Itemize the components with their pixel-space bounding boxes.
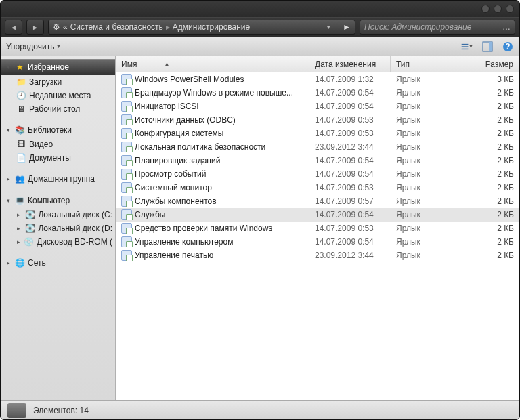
svg-text:?: ?: [505, 42, 510, 51]
disc-icon: 💿: [24, 236, 34, 247]
help-icon: ?: [502, 41, 513, 52]
sidebar-computer-header[interactable]: ▾ 💻 Компьютер: [1, 193, 115, 208]
file-type: Ярлык: [391, 237, 458, 247]
file-name: Системный монитор: [135, 183, 212, 192]
file-row[interactable]: Конфигурация системы14.07.2009 0:53Ярлык…: [116, 127, 519, 140]
file-name: Управление компьютером: [135, 237, 233, 247]
maximize-button[interactable]: [494, 5, 502, 13]
refresh-icon[interactable]: ►: [343, 22, 351, 32]
file-name: Инициатор iSCSI: [135, 102, 199, 111]
search-dots-icon: …: [502, 22, 511, 32]
recent-icon: 🕘: [16, 90, 26, 101]
column-type[interactable]: Тип: [391, 56, 458, 72]
folder-large-icon: [7, 403, 26, 418]
file-type: Ярлык: [391, 183, 458, 192]
titlebar[interactable]: [1, 1, 519, 17]
navigation-pane[interactable]: ▾ ★ Избранное 📁Загрузки 🕘Недавние места …: [1, 56, 116, 400]
sidebar-item-video[interactable]: 🎞Видео: [1, 138, 115, 151]
file-row[interactable]: Управление компьютером14.07.2009 0:54Ярл…: [116, 235, 519, 249]
search-input[interactable]: Поиск: Администрирование …: [360, 20, 515, 35]
sidebar-homegroup-header[interactable]: ▸ 👥 Домашняя группа: [1, 171, 115, 186]
close-button[interactable]: [506, 5, 514, 13]
file-type: Ярлык: [391, 251, 458, 260]
svg-rect-1: [462, 46, 469, 47]
back-button[interactable]: ◄: [5, 20, 22, 35]
file-row[interactable]: Локальная политика безопасности23.09.201…: [116, 140, 519, 154]
sidebar-computer-label: Компьютер: [28, 196, 70, 205]
file-date: 14.07.2009 0:53: [309, 224, 391, 233]
file-name: Средство проверки памяти Windows: [135, 224, 272, 233]
navigation-bar: ◄ ► ⚙ « Система и безопасность ▸ Админис…: [1, 17, 519, 37]
sidebar-item-bdrom[interactable]: ▸💿Дисковод BD-ROM (: [1, 235, 115, 249]
file-size: 2 КБ: [458, 102, 519, 111]
file-name: Службы: [135, 210, 165, 219]
column-size[interactable]: Размер: [458, 56, 519, 72]
drive-icon: 💽: [25, 223, 36, 234]
sidebar-item-drive-c[interactable]: ▸💽Локальный диск (C:: [1, 208, 115, 222]
file-row[interactable]: Windows PowerShell Modules14.07.2009 1:3…: [116, 72, 519, 86]
file-type: Ярлык: [391, 210, 458, 219]
file-date: 23.09.2012 3:44: [309, 142, 391, 152]
forward-button[interactable]: ►: [26, 20, 44, 35]
sidebar-libraries-header[interactable]: ▾ 📚 Библиотеки: [1, 123, 115, 138]
column-name[interactable]: Имя▲: [116, 56, 309, 72]
breadcrumb-seg2[interactable]: Администрирование: [173, 22, 250, 32]
help-button[interactable]: ?: [502, 41, 514, 53]
sidebar-item-desktop[interactable]: 🖥Рабочий стол: [1, 102, 115, 116]
shortcut-icon: [121, 169, 132, 180]
status-bar: Элементов: 14: [1, 400, 519, 419]
file-list-pane: Имя▲ Дата изменения Тип Размер Windows P…: [116, 56, 519, 400]
file-row[interactable]: Системный монитор14.07.2009 0:53Ярлык2 К…: [116, 181, 519, 194]
chevron-right-icon: ▸: [16, 225, 22, 232]
file-size: 2 КБ: [458, 224, 519, 233]
file-row[interactable]: Планировщик заданий14.07.2009 0:54Ярлык2…: [116, 154, 519, 167]
file-name: Брандмауэр Windows в режиме повыше...: [135, 88, 293, 98]
shortcut-icon: [121, 182, 132, 193]
file-row[interactable]: Брандмауэр Windows в режиме повыше...14.…: [116, 86, 519, 100]
breadcrumb-seg1[interactable]: Система и безопасность: [70, 22, 163, 32]
file-type: Ярлык: [391, 102, 458, 111]
file-row[interactable]: Управление печатью23.09.2012 3:44Ярлык2 …: [116, 249, 519, 262]
folder-icon: 📁: [16, 77, 26, 87]
file-row[interactable]: Средство проверки памяти Windows14.07.20…: [116, 222, 519, 235]
column-date[interactable]: Дата изменения: [309, 56, 391, 72]
shortcut-icon: [121, 223, 132, 234]
preview-pane-button[interactable]: [481, 41, 494, 53]
sidebar-item-recent[interactable]: 🕘Недавние места: [1, 89, 115, 102]
sidebar-network-header[interactable]: ▸ 🌐 Сеть: [1, 255, 115, 270]
file-size: 2 КБ: [458, 210, 519, 219]
sidebar-favorites-header[interactable]: ▾ ★ Избранное: [1, 59, 115, 75]
file-size: 2 КБ: [458, 115, 519, 125]
shortcut-icon: [121, 87, 132, 98]
address-bar[interactable]: ⚙ « Система и безопасность ▸ Администрир…: [48, 20, 355, 35]
view-mode-button[interactable]: ▼: [461, 41, 473, 53]
file-row[interactable]: Источники данных (ODBC)14.07.2009 0:53Яр…: [116, 113, 519, 127]
file-row[interactable]: Службы14.07.2009 0:54Ярлык2 КБ: [116, 208, 519, 222]
file-type: Ярлык: [391, 129, 458, 138]
explorer-window: ◄ ► ⚙ « Система и безопасность ▸ Админис…: [0, 0, 520, 420]
search-placeholder: Поиск: Администрирование: [364, 22, 471, 32]
view-list-icon: [461, 41, 469, 52]
file-name: Windows PowerShell Modules: [135, 75, 244, 84]
shortcut-icon: [121, 74, 132, 85]
shortcut-icon: [121, 236, 132, 247]
file-date: 14.07.2009 0:54: [309, 210, 391, 219]
minimize-button[interactable]: [481, 5, 490, 13]
file-rows[interactable]: Windows PowerShell Modules14.07.2009 1:3…: [116, 72, 519, 400]
file-row[interactable]: Службы компонентов14.07.2009 0:57Ярлык2 …: [116, 194, 519, 208]
address-dropdown-icon[interactable]: ▼: [326, 24, 331, 30]
organize-button[interactable]: Упорядочить: [6, 42, 54, 51]
sidebar-item-drive-d[interactable]: ▸💽Локальный диск (D:: [1, 222, 115, 235]
shortcut-icon: [121, 142, 132, 152]
drive-icon: 💽: [25, 209, 36, 220]
video-icon: 🎞: [16, 139, 26, 150]
file-size: 2 КБ: [458, 237, 519, 247]
file-name: Просмотр событий: [135, 169, 206, 179]
file-row[interactable]: Просмотр событий14.07.2009 0:54Ярлык2 КБ: [116, 167, 519, 181]
sidebar-item-downloads[interactable]: 📁Загрузки: [1, 75, 115, 89]
sidebar-item-documents[interactable]: 📄Документы: [1, 151, 115, 165]
file-date: 14.07.2009 0:53: [309, 115, 391, 125]
file-row[interactable]: Инициатор iSCSI14.07.2009 0:54Ярлык2 КБ: [116, 100, 519, 113]
file-type: Ярлык: [391, 169, 458, 179]
file-size: 2 КБ: [458, 169, 519, 179]
